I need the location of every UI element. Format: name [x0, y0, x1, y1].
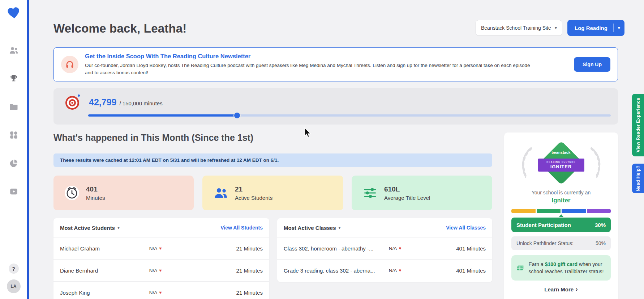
title-level-icon — [362, 185, 378, 201]
table-title: Most Active Students — [60, 225, 115, 231]
user-avatar[interactable]: LA — [7, 279, 21, 293]
edge-tab-label: View Reader Experience — [636, 98, 641, 152]
chevron-right-icon: › — [576, 286, 578, 293]
sidebar-nav — [8, 44, 20, 198]
laurel-right-icon — [589, 143, 605, 183]
level-badge: N/A ♥ — [149, 290, 198, 295]
gift-card-promo: Earn a $100 gift card when your school r… — [511, 255, 611, 281]
sidebar: ? LA — [0, 0, 29, 299]
promo-text: Earn a $100 gift card when your school r… — [529, 261, 606, 275]
igniter-badge: beanstack READING CULTURE IGNITER — [534, 140, 588, 185]
most-active-classes-card: Most Active Classes ▾ View All Classes C… — [277, 218, 492, 282]
unlock-status-row: Unlock Pathfinder Status: 50% — [511, 236, 611, 250]
badge-ribbon: READING CULTURE IGNITER — [538, 159, 584, 172]
heart-icon: ♥ — [159, 246, 162, 251]
class-minutes: 401 Minutes — [429, 245, 486, 252]
students-icon — [9, 45, 19, 55]
active-students-stat-card: 21 Active Students — [202, 176, 343, 210]
sidebar-bottom: ? LA — [7, 264, 21, 293]
month-section-title: What's happened in This Month (Since the… — [53, 132, 253, 143]
most-active-students-card: Most Active Students ▾ View All Students… — [53, 218, 269, 299]
view-all-students-link[interactable]: View All Students — [220, 225, 263, 231]
classes-table-title-dropdown[interactable]: Most Active Classes ▾ — [284, 225, 341, 231]
tier-segment-pathfinder — [537, 209, 561, 213]
students-table-title-dropdown[interactable]: Most Active Students ▾ — [60, 225, 120, 231]
badge-text: N/A — [149, 268, 158, 273]
site-selector-label: Beanstack School Training Site — [481, 25, 551, 31]
stat-label: Average Title Level — [384, 195, 430, 201]
title-level-stat-card: 610L Average Title Level — [352, 176, 492, 210]
clock-icon — [64, 185, 80, 201]
apps-icon — [9, 130, 18, 140]
stat-value: 21 — [235, 185, 272, 193]
heart-icon: ♥ — [399, 268, 401, 273]
reports-icon — [9, 159, 18, 168]
badge-text: N/A — [389, 268, 397, 273]
school-status-panel: beanstack READING CULTURE IGNITER Your s… — [504, 132, 618, 299]
igniter-badge-area: beanstack READING CULTURE IGNITER — [511, 140, 611, 186]
progress-knob[interactable] — [234, 113, 240, 118]
student-name: Michael Graham — [60, 245, 149, 252]
need-help-tab[interactable]: Need Help? — [632, 164, 644, 193]
chevron-down-icon: ▾ — [339, 225, 341, 230]
heart-logo-icon — [6, 6, 21, 21]
student-row[interactable]: Michael Graham N/A ♥ 21 Minutes — [53, 237, 269, 259]
learn-more-link[interactable]: Learn More › — [511, 286, 611, 293]
sidebar-item-videos[interactable] — [8, 185, 20, 198]
tier-pointer-icon — [559, 214, 563, 217]
class-name: Class 302, homeroom - abernathy -... — [284, 245, 389, 252]
status-name: Igniter — [511, 197, 611, 204]
stat-label: Active Students — [235, 195, 272, 201]
help-icon[interactable]: ? — [9, 264, 19, 274]
sidebar-item-awards[interactable] — [8, 72, 20, 85]
edge-tab-label: Need Help? — [636, 165, 641, 191]
student-row[interactable]: Joseph King N/A ♥ 21 Minutes — [53, 281, 269, 299]
learn-more-label: Learn More — [544, 286, 574, 292]
status-prefix: Your school is currently an — [511, 190, 611, 195]
badge-text: N/A — [149, 246, 158, 251]
sidebar-item-reports[interactable] — [8, 157, 20, 169]
student-row[interactable]: Diane Bernhard N/A ♥ 21 Minutes — [53, 259, 269, 281]
stat-value: 610L — [384, 185, 430, 193]
level-badge: N/A ♥ — [149, 268, 198, 273]
chevron-down-icon: ▾ — [117, 225, 120, 230]
minutes-read-value: 42,799 — [89, 97, 116, 108]
page-title: Welcome back, Leatha! — [53, 22, 187, 35]
class-row[interactable]: Class 302, homeroom - abernathy -... N/A… — [277, 237, 492, 259]
participation-label: Student Participation — [516, 222, 571, 228]
bullseye-icon — [64, 93, 81, 111]
stat-value: 401 — [86, 185, 105, 193]
level-badge: N/A ♥ — [389, 268, 429, 273]
sidebar-item-students[interactable] — [8, 44, 20, 56]
student-minutes: 21 Minutes — [198, 268, 263, 274]
tier-segment-luminary — [587, 209, 611, 213]
tier-segment-trailblazer — [562, 209, 586, 213]
site-selector-dropdown[interactable]: Beanstack School Training Site ▾ — [476, 20, 562, 36]
videos-icon — [9, 187, 18, 196]
view-all-classes-link[interactable]: View All Classes — [446, 225, 486, 231]
promo-highlight: $100 gift card — [545, 261, 578, 267]
sign-up-button[interactable]: Sign Up — [574, 57, 610, 72]
log-reading-button[interactable]: Log Reading ▾ — [567, 20, 624, 36]
newsletter-banner: Get the Inside Scoop With The Reading Cu… — [53, 47, 618, 81]
sidebar-item-apps[interactable] — [8, 129, 20, 141]
view-reader-experience-tab[interactable]: View Reader Experience — [632, 94, 644, 156]
student-name: Joseph King — [60, 290, 149, 296]
class-name: Grade 3 reading, class 302 - aberna... — [284, 268, 389, 274]
beanstack-logo[interactable] — [7, 7, 20, 21]
newsletter-text: Get the Inside Scoop With The Reading Cu… — [85, 53, 565, 76]
laurel-left-icon — [518, 143, 533, 183]
gift-card-icon — [516, 260, 524, 275]
table-title: Most Active Classes — [284, 225, 336, 231]
awards-icon — [9, 74, 18, 83]
newsletter-body: Our co-founder, Jordan Lloyd Bookey, hos… — [85, 62, 537, 76]
tier-segment-igniter — [511, 209, 536, 213]
mouse-cursor — [304, 127, 312, 138]
student-name: Diane Bernhard — [60, 268, 149, 274]
heart-icon: ♥ — [399, 246, 401, 251]
badge-ribbon-line1: READING CULTURE — [546, 161, 575, 163]
sidebar-item-folders[interactable] — [8, 101, 20, 113]
class-minutes: 401 Minutes — [429, 268, 486, 274]
class-row[interactable]: Grade 3 reading, class 302 - aberna... N… — [277, 259, 492, 281]
folders-icon — [9, 102, 19, 112]
